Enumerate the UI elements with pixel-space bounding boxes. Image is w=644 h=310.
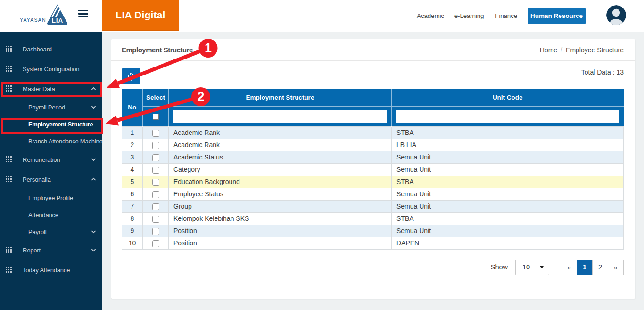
pager-page-2-button[interactable]: 2 bbox=[592, 260, 608, 275]
nav-human-resource-button[interactable]: Human Resource bbox=[528, 8, 586, 24]
cell-unit: STBA bbox=[392, 212, 624, 225]
sidebar-item-system-configuration[interactable]: System Configuration bbox=[0, 59, 102, 79]
page-title: Employment Structure bbox=[122, 46, 193, 54]
structure-filter-cell bbox=[169, 106, 392, 126]
grid-icon bbox=[6, 176, 12, 183]
table-row[interactable]: 4 Category Semua Unit bbox=[122, 163, 624, 176]
chevron-down-icon bbox=[91, 248, 96, 252]
table-row[interactable]: 7 Group Semua Unit bbox=[122, 200, 624, 212]
cell-unit: Semua Unit bbox=[392, 225, 624, 237]
nav-elearning[interactable]: e-Learning bbox=[454, 12, 484, 19]
sidebar-item-attendance[interactable]: Attendance bbox=[0, 206, 102, 223]
sidebar-item-report[interactable]: Report bbox=[0, 240, 102, 260]
table-row[interactable]: 1 Academic Rank STBA bbox=[122, 126, 624, 139]
sidebar-item-remuneration[interactable]: Remuneration bbox=[0, 150, 102, 169]
cell-select bbox=[143, 139, 169, 151]
table-row[interactable]: 10 Position DAPEN bbox=[122, 237, 624, 249]
refresh-button[interactable] bbox=[122, 68, 140, 84]
card-body: Total Data : 13 No Select Employment Str… bbox=[111, 61, 635, 275]
row-checkbox[interactable] bbox=[152, 142, 159, 149]
structure-filter-input[interactable] bbox=[173, 110, 387, 123]
chevron-down-icon bbox=[91, 105, 96, 109]
table-row-highlighted[interactable]: 5 Education Background STBA bbox=[122, 176, 624, 188]
table-row[interactable]: 2 Academic Rank LB LIA bbox=[122, 139, 624, 151]
sidebar-item-dashboard[interactable]: Dashboard bbox=[0, 39, 102, 59]
sidebar-item-payroll[interactable]: Payroll bbox=[0, 223, 102, 240]
breadcrumb: Home/Employee Structure bbox=[540, 46, 624, 54]
refresh-icon bbox=[126, 72, 136, 81]
table-row[interactable]: 3 Academic Status Semua Unit bbox=[122, 151, 624, 163]
table-row[interactable]: 6 Employee Status Semua Unit bbox=[122, 188, 624, 200]
grid-icon bbox=[6, 247, 12, 253]
sidebar-item-label: Personalia bbox=[23, 176, 50, 183]
main-content: Employment Structure Home/Employee Struc… bbox=[102, 32, 644, 310]
sidebar-item-employement-structure[interactable]: Employement Structure bbox=[0, 116, 102, 133]
breadcrumb-home[interactable]: Home bbox=[540, 46, 557, 54]
column-header-select: Select bbox=[143, 89, 169, 106]
column-header-no: No bbox=[122, 89, 143, 126]
show-label: Show bbox=[491, 263, 508, 271]
card-header: Employment Structure Home/Employee Struc… bbox=[111, 39, 635, 61]
cell-unit: Semua Unit bbox=[392, 188, 624, 200]
cell-unit: LB LIA bbox=[392, 139, 624, 151]
total-data-label: Total Data : 13 bbox=[581, 68, 624, 76]
pager: « 1 2 » bbox=[561, 260, 624, 275]
cell-select bbox=[143, 212, 169, 225]
sidebar-item-label: Employement Structure bbox=[28, 121, 93, 128]
grid-icon bbox=[6, 267, 12, 273]
pager-first-button[interactable]: « bbox=[561, 260, 577, 275]
cell-select bbox=[143, 151, 169, 163]
sidebar-item-personalia[interactable]: Personalia bbox=[0, 169, 102, 189]
sidebar-item-today-attendance[interactable]: Today Attendance bbox=[0, 260, 102, 280]
row-checkbox[interactable] bbox=[152, 167, 159, 174]
nav-academic[interactable]: Academic bbox=[417, 12, 444, 19]
logo-area: YAYASAN LIA bbox=[0, 0, 102, 32]
sidebar-item-label: Employee Profile bbox=[28, 194, 73, 201]
brand-banner: LIA Digital bbox=[102, 0, 179, 31]
page-size-select[interactable]: 10 bbox=[515, 260, 549, 275]
row-checkbox[interactable] bbox=[152, 191, 159, 198]
row-checkbox[interactable] bbox=[152, 240, 159, 247]
row-checkbox[interactable] bbox=[152, 179, 159, 186]
nav-finance[interactable]: Finance bbox=[495, 12, 517, 19]
row-checkbox[interactable] bbox=[152, 203, 159, 210]
page-size-value: 10 bbox=[522, 263, 530, 271]
sidebar-item-branch-attendance-machine[interactable]: Branch Attendance Machine bbox=[0, 133, 102, 150]
row-checkbox[interactable] bbox=[152, 228, 159, 235]
row-checkbox[interactable] bbox=[152, 154, 159, 161]
cell-structure: Position bbox=[169, 237, 392, 249]
table-row[interactable]: 8 Kelompok Kelebihan SKS STBA bbox=[122, 212, 624, 225]
lia-logo: LIA bbox=[47, 4, 68, 25]
sidebar: Dashboard System Configuration Master Da… bbox=[0, 32, 102, 310]
unit-filter-input[interactable] bbox=[396, 110, 619, 123]
grid-icon bbox=[6, 156, 12, 163]
sidebar-item-master-data[interactable]: Master Data bbox=[0, 79, 102, 99]
select-all-checkbox[interactable] bbox=[153, 114, 159, 120]
breadcrumb-current: Employee Structure bbox=[566, 46, 624, 54]
row-checkbox[interactable] bbox=[152, 216, 159, 223]
sidebar-item-label: Today Attendance bbox=[23, 267, 70, 274]
sidebar-item-payroll-period[interactable]: Payroll Period bbox=[0, 99, 102, 116]
cell-structure: Academic Status bbox=[169, 151, 392, 163]
cell-structure: Category bbox=[169, 163, 392, 176]
cell-no: 9 bbox=[122, 225, 143, 237]
pager-last-button[interactable]: » bbox=[608, 260, 624, 275]
user-avatar[interactable] bbox=[606, 5, 626, 25]
sidebar-item-label: Remuneration bbox=[23, 156, 60, 163]
cell-structure: Education Background bbox=[169, 176, 392, 188]
cell-unit: STBA bbox=[392, 126, 624, 139]
row-checkbox[interactable] bbox=[152, 130, 159, 137]
hamburger-menu-icon[interactable] bbox=[78, 10, 89, 17]
cell-unit: Semua Unit bbox=[392, 163, 624, 176]
cell-structure: Group bbox=[169, 200, 392, 212]
sidebar-item-employee-profile[interactable]: Employee Profile bbox=[0, 189, 102, 206]
pager-page-1-button[interactable]: 1 bbox=[577, 260, 593, 275]
cell-no: 5 bbox=[122, 176, 143, 188]
cell-no: 8 bbox=[122, 212, 143, 225]
cell-select bbox=[143, 176, 169, 188]
cell-select bbox=[143, 200, 169, 212]
grid-icon bbox=[6, 46, 12, 52]
sidebar-item-label: Payroll bbox=[28, 228, 46, 235]
table-row[interactable]: 9 Position Semua Unit bbox=[122, 225, 624, 237]
cell-unit: Semua Unit bbox=[392, 151, 624, 163]
